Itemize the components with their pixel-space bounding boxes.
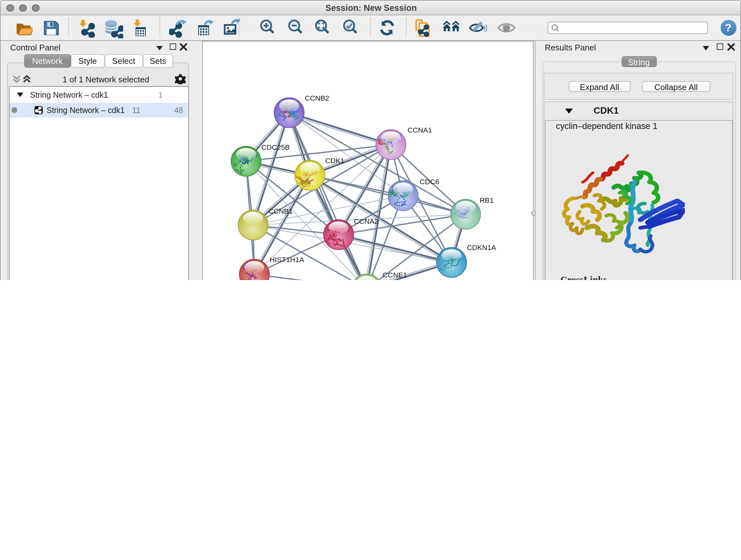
svg-text:CCNE1: CCNE1 xyxy=(382,271,407,279)
svg-text:CCNA2: CCNA2 xyxy=(354,217,378,225)
svg-text:CDC6: CDC6 xyxy=(419,178,439,186)
svg-text:CDK1: CDK1 xyxy=(325,157,344,165)
svg-text:CCNA1: CCNA1 xyxy=(407,126,432,134)
svg-text:CDKN1A: CDKN1A xyxy=(467,243,496,251)
svg-text:CDC25B: CDC25B xyxy=(261,143,289,151)
svg-text:CCNB1: CCNB1 xyxy=(268,207,293,215)
svg-text:RB1: RB1 xyxy=(479,196,493,204)
svg-text:HIST1H1A: HIST1H1A xyxy=(269,255,304,263)
svg-text:CCNB2: CCNB2 xyxy=(305,94,329,102)
